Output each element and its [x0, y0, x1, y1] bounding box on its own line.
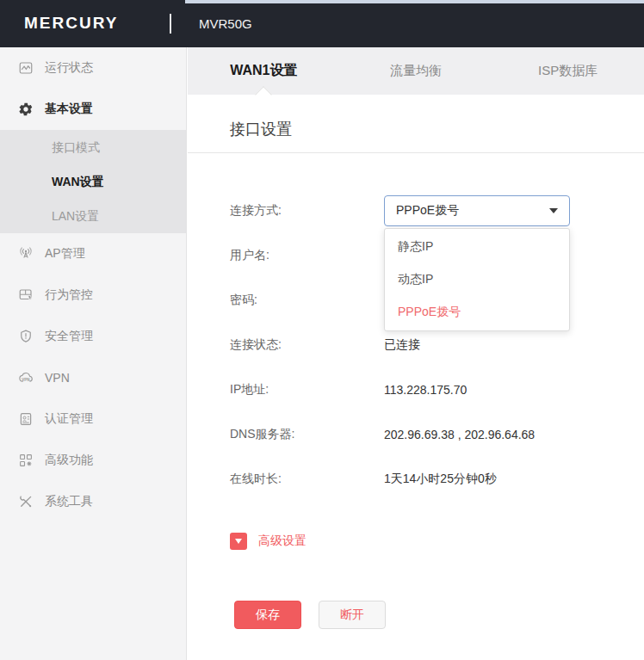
dropdown-option-static-ip[interactable]: 静态IP [385, 231, 569, 263]
username-label: 用户名: [230, 248, 384, 263]
main-content: WAN1设置 流量均衡 ISP数据库 接口设置 连接方式: PPPoE拨号 静态… [188, 47, 644, 660]
brand-logo: MERCURY [24, 14, 118, 33]
sidebar-item-label: AP管理 [45, 246, 85, 262]
ap-antenna-icon [18, 246, 34, 262]
sidebar-item-auth-management[interactable]: 认证管理 [0, 398, 186, 440]
connection-status-value: 已连接 [384, 337, 420, 353]
advanced-grid-icon [18, 453, 34, 468]
password-label: 密码: [230, 293, 384, 308]
connection-type-select[interactable]: PPPoE拨号 [384, 195, 570, 226]
header-divider [170, 14, 171, 34]
chevron-down-icon [549, 208, 558, 213]
sidebar-item-basic-settings[interactable]: 基本设置 [0, 89, 186, 130]
uptime-row: 在线时长: 1天14小时25分钟0秒 [230, 457, 644, 502]
triangle-down-icon [235, 539, 242, 544]
connection-type-value: PPPoE拨号 [396, 203, 459, 219]
tab-isp-database[interactable]: ISP数据库 [492, 47, 644, 95]
sidebar-item-label: 高级功能 [45, 453, 93, 468]
connection-type-label: 连接方式: [230, 203, 384, 219]
tools-icon [18, 494, 34, 509]
sidebar-item-label: 基本设置 [45, 102, 93, 117]
ip-address-row: IP地址: 113.228.175.70 [230, 367, 644, 412]
shield-icon [18, 329, 34, 344]
sidebar-item-running-status[interactable]: 运行状态 [0, 47, 186, 89]
advanced-settings-toggle[interactable]: 高级设置 [230, 519, 342, 564]
app-header: MERCURY MVR50G [0, 0, 644, 47]
vpn-cloud-icon: VPN [18, 370, 34, 386]
sidebar-item-label: 运行状态 [45, 60, 93, 76]
submenu-item-lan-settings[interactable]: LAN设置 [0, 199, 186, 233]
dns-server-value: 202.96.69.38 , 202.96.64.68 [384, 428, 535, 441]
advanced-toggle-icon [230, 533, 247, 550]
svg-text:VPN: VPN [22, 378, 29, 382]
sidebar-item-vpn[interactable]: VPN VPN [0, 357, 186, 398]
sidebar-item-advanced-functions[interactable]: 高级功能 [0, 440, 186, 481]
sidebar-item-security-management[interactable]: 安全管理 [0, 316, 186, 357]
top-edge-strip [185, 0, 644, 3]
disconnect-button[interactable]: 断开 [319, 601, 386, 629]
dropdown-option-pppoe[interactable]: PPPoE拨号 [385, 296, 569, 329]
sidebar-item-label: 系统工具 [45, 494, 93, 509]
status-chart-icon [18, 60, 34, 76]
sidebar-item-behavior-control[interactable]: 行为管控 [0, 274, 186, 316]
sidebar-item-ap-management[interactable]: AP管理 [0, 233, 186, 274]
ip-address-label: IP地址: [230, 382, 384, 398]
basic-settings-submenu: 接口模式 WAN设置 LAN设置 [0, 130, 186, 233]
save-button[interactable]: 保存 [234, 601, 301, 629]
connection-status-label: 连接状态: [230, 337, 384, 353]
uptime-value: 1天14小时25分钟0秒 [384, 472, 497, 487]
sidebar-item-system-tools[interactable]: 系统工具 [0, 481, 186, 522]
tab-wan1-settings[interactable]: WAN1设置 [188, 47, 340, 95]
behavior-control-icon [18, 287, 34, 303]
dns-server-row: DNS服务器: 202.96.69.38 , 202.96.64.68 [230, 412, 644, 457]
sidebar-item-label: 认证管理 [45, 411, 93, 427]
section-title: 接口设置 [188, 95, 644, 153]
uptime-label: 在线时长: [230, 472, 384, 487]
sidebar-item-label: 安全管理 [45, 329, 93, 344]
dns-server-label: DNS服务器: [230, 427, 384, 442]
device-model: MVR50G [199, 16, 252, 31]
sidebar-item-label: 行为管控 [45, 287, 93, 303]
wan-settings-form: 连接方式: PPPoE拨号 静态IP 动态IP PPPoE拨号 用户名: 密码:… [188, 153, 644, 629]
submenu-item-interface-mode[interactable]: 接口模式 [0, 130, 186, 164]
tab-bar: WAN1设置 流量均衡 ISP数据库 [188, 47, 644, 95]
ip-address-value: 113.228.175.70 [384, 383, 467, 397]
submenu-item-wan-settings[interactable]: WAN设置 [0, 164, 186, 199]
connection-type-row: 连接方式: PPPoE拨号 静态IP 动态IP PPPoE拨号 [230, 188, 644, 233]
sidebar-item-label: VPN [45, 371, 70, 385]
dropdown-option-dynamic-ip[interactable]: 动态IP [385, 263, 569, 296]
form-buttons: 保存 断开 [234, 601, 644, 629]
connection-type-dropdown: 静态IP 动态IP PPPoE拨号 [384, 228, 570, 331]
advanced-settings-label: 高级设置 [258, 534, 307, 549]
tab-traffic-balance[interactable]: 流量均衡 [340, 47, 492, 95]
sidebar-nav: 运行状态 基本设置 接口模式 WAN设置 LAN设置 AP管理 行为管控 [0, 47, 187, 660]
gear-icon [18, 102, 34, 117]
id-card-icon [18, 411, 34, 427]
